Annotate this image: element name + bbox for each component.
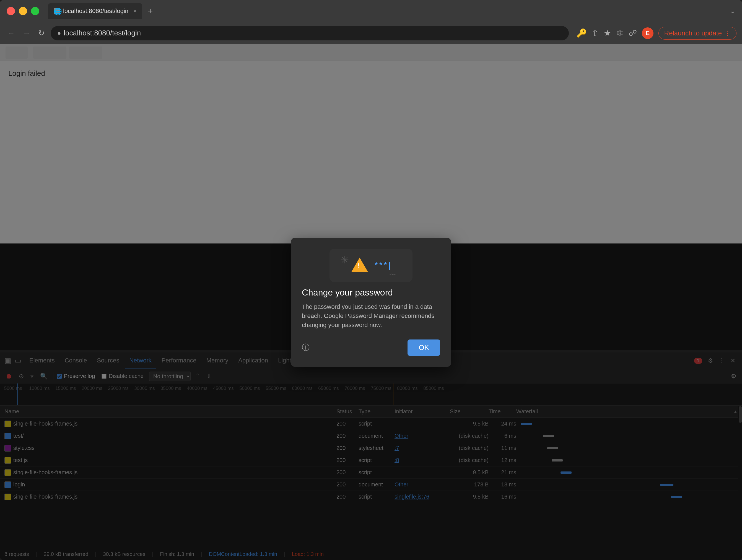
password-dot-2: *	[379, 260, 382, 270]
title-bar: 🌐 localhost:8080/test/login × + ⌄	[0, 0, 742, 22]
relaunch-chevron-icon: ⋮	[724, 29, 731, 37]
address-bar: ← → ↻ ● localhost:8080/test/login 🔑 ⇧ ★ …	[0, 22, 742, 44]
page-area: Login failed ✳ 〜 !	[0, 44, 742, 560]
maximize-traffic-light[interactable]	[31, 7, 39, 15]
address-input[interactable]: ● localhost:8080/test/login	[51, 26, 569, 40]
reload-button[interactable]: ↻	[37, 27, 46, 39]
info-icon[interactable]: ⓘ	[302, 342, 310, 353]
address-text: localhost:8080/test/login	[64, 29, 141, 37]
modal-graphic-bg: ✳ 〜 ! * * * |	[329, 249, 413, 282]
warning-icon: !	[351, 258, 368, 273]
extension-icon[interactable]: ⚛	[616, 28, 624, 38]
tab-title: localhost:8080/test/login	[63, 7, 128, 15]
ok-button[interactable]: OK	[408, 340, 440, 356]
new-tab-button[interactable]: +	[145, 6, 156, 16]
password-cursor: |	[388, 260, 391, 270]
share-icon[interactable]: ⇧	[592, 28, 599, 38]
avatar[interactable]: E	[642, 28, 653, 39]
modal-graphic: ✳ 〜 ! * * * |	[302, 249, 440, 282]
password-dot-1: *	[375, 260, 378, 270]
tab-favicon: 🌐	[54, 8, 60, 14]
modal-body: The password you just used was found in …	[302, 302, 440, 329]
modal-overlay: ✳ 〜 ! * * * |	[0, 44, 742, 560]
active-tab[interactable]: 🌐 localhost:8080/test/login ×	[48, 3, 142, 19]
close-traffic-light[interactable]	[7, 7, 15, 15]
minimize-traffic-light[interactable]	[19, 7, 27, 15]
traffic-lights	[7, 7, 39, 15]
asterisk-decoration: ✳	[340, 254, 349, 266]
password-change-modal: ✳ 〜 ! * * * |	[291, 238, 451, 367]
tab-chevron-icon[interactable]: ⌄	[730, 7, 735, 15]
password-dot-3: *	[384, 260, 387, 270]
browser-window: 🌐 localhost:8080/test/login × + ⌄ ← → ↻ …	[0, 0, 742, 560]
password-dots: * * * |	[375, 260, 391, 270]
forward-button[interactable]: →	[21, 27, 32, 39]
tab-close-button[interactable]: ×	[134, 8, 137, 14]
tab-bar: 🌐 localhost:8080/test/login × +	[48, 0, 726, 22]
back-button[interactable]: ←	[5, 27, 16, 39]
asterisk-decoration2: 〜	[389, 270, 396, 279]
key-icon[interactable]: 🔑	[577, 28, 587, 38]
modal-title: Change your password	[302, 288, 440, 298]
lock-icon: ●	[57, 30, 61, 37]
relaunch-button[interactable]: Relaunch to update ⋮	[658, 27, 737, 40]
tabs-icon[interactable]: ☍	[629, 28, 637, 38]
bookmark-icon[interactable]: ★	[604, 28, 611, 38]
modal-footer: ⓘ OK	[302, 340, 440, 356]
toolbar-icons: 🔑 ⇧ ★ ⚛ ☍ E Relaunch to update ⋮	[577, 27, 737, 40]
